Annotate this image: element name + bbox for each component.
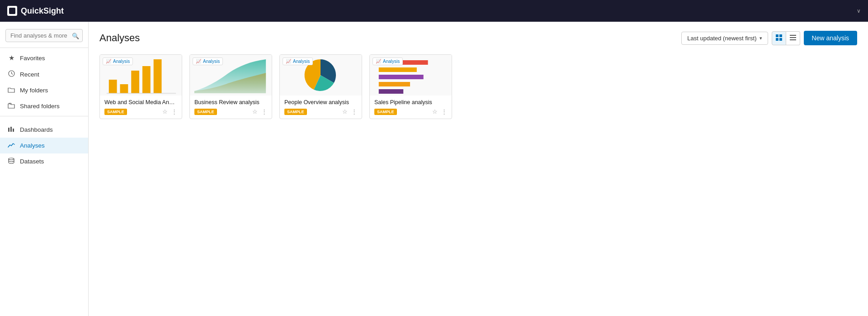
- content-area: Analyses Last updated (newest first) ▾: [89, 22, 868, 316]
- logo-icon: [7, 6, 17, 16]
- card-title-business-review: Business Review analysis: [194, 99, 267, 105]
- sidebar-item-datasets[interactable]: Datasets: [0, 153, 88, 169]
- sidebar-label-analyses: Analyses: [20, 142, 45, 149]
- chart-icon-2: 📈: [196, 59, 201, 64]
- svg-rect-7: [776, 38, 778, 41]
- more-options-icon-3[interactable]: ⋮: [351, 108, 357, 115]
- chart-icon: 📈: [106, 59, 111, 64]
- card-thumbnail-web-social: 📈 Analysis: [100, 55, 182, 96]
- shared-folders-icon: [7, 102, 15, 110]
- analysis-badge-2: 📈 Analysis: [193, 57, 223, 65]
- sidebar-item-shared-folders[interactable]: Shared folders: [0, 98, 88, 114]
- header-controls: Last updated (newest first) ▾: [681, 31, 857, 45]
- card-actions-sales-pipeline: ☆ ⋮: [432, 108, 447, 115]
- svg-rect-6: [779, 34, 782, 37]
- more-options-icon-2[interactable]: ⋮: [261, 108, 267, 115]
- sample-badge-2: SAMPLE: [194, 109, 217, 115]
- analyses-icon: [7, 142, 15, 149]
- sidebar-item-dashboards[interactable]: Dashboards: [0, 122, 88, 138]
- svg-rect-14: [131, 71, 139, 93]
- main-layout: 🔍 ★ Favorites Recent My folders: [0, 22, 868, 316]
- sidebar-label-favorites: Favorites: [20, 55, 45, 62]
- chart-icon-3: 📈: [286, 59, 291, 64]
- sidebar-item-favorites[interactable]: ★ Favorites: [0, 50, 88, 66]
- sidebar-item-analyses[interactable]: Analyses: [0, 138, 88, 153]
- sample-badge-4: SAMPLE: [374, 109, 397, 115]
- analysis-badge: 📈 Analysis: [103, 57, 133, 65]
- search-container: 🔍: [0, 25, 88, 46]
- card-title-sales-pipeline: Sales Pipeline analysis: [374, 99, 447, 105]
- app-name: QuickSight: [21, 6, 64, 16]
- svg-rect-1: [8, 128, 9, 132]
- favorite-star-icon[interactable]: ☆: [162, 108, 168, 115]
- svg-rect-19: [379, 67, 417, 72]
- svg-rect-20: [379, 75, 424, 79]
- card-meta-business-review: SAMPLE ☆ ⋮: [194, 108, 267, 115]
- card-actions-people-overview: ☆ ⋮: [342, 108, 357, 115]
- view-toggle: [772, 31, 800, 45]
- sidebar-item-recent[interactable]: Recent: [0, 66, 88, 82]
- more-options-icon-4[interactable]: ⋮: [441, 108, 447, 115]
- content-header: Analyses Last updated (newest first) ▾: [99, 31, 857, 45]
- new-analysis-button[interactable]: New analysis: [804, 31, 857, 45]
- card-thumbnail-people-overview: 📈 Analysis: [280, 55, 362, 96]
- topbar-chevron-icon[interactable]: ∨: [857, 8, 861, 14]
- card-meta-sales-pipeline: SAMPLE ☆ ⋮: [374, 108, 447, 115]
- favorite-star-icon-2[interactable]: ☆: [252, 108, 258, 115]
- sidebar: 🔍 ★ Favorites Recent My folders: [0, 22, 89, 316]
- svg-rect-2: [10, 127, 12, 132]
- sample-badge-3: SAMPLE: [284, 109, 307, 115]
- sidebar-item-my-folders[interactable]: My folders: [0, 82, 88, 98]
- card-footer-people-overview: People Overview analysis SAMPLE ☆ ⋮: [280, 96, 362, 119]
- sidebar-divider-2: [0, 116, 88, 116]
- sidebar-label-datasets: Datasets: [20, 158, 44, 165]
- app-logo[interactable]: QuickSight: [7, 6, 64, 16]
- list-view-button[interactable]: [786, 31, 800, 45]
- card-title-people-overview: People Overview analysis: [284, 99, 357, 105]
- svg-rect-21: [379, 82, 410, 86]
- recent-icon: [7, 70, 15, 78]
- more-options-icon[interactable]: ⋮: [171, 108, 177, 115]
- sidebar-divider-1: [0, 48, 88, 48]
- card-title-web-social: Web and Social Media Anal...: [104, 99, 177, 105]
- svg-rect-8: [779, 38, 782, 41]
- sidebar-label-recent: Recent: [20, 71, 39, 78]
- search-input[interactable]: [5, 29, 83, 42]
- card-footer-business-review: Business Review analysis SAMPLE ☆ ⋮: [190, 96, 272, 119]
- analysis-card-sales-pipeline[interactable]: 📈 Analysis: [369, 54, 452, 119]
- sample-badge: SAMPLE: [104, 109, 127, 115]
- card-meta-web-social: SAMPLE ☆ ⋮: [104, 108, 177, 115]
- analysis-card-people-overview[interactable]: 📈 Analysis: [279, 54, 362, 119]
- analysis-card-web-social[interactable]: 📈 Analysis Web and Social Media Ana: [99, 54, 182, 119]
- svg-rect-12: [109, 80, 117, 93]
- svg-rect-9: [790, 35, 796, 36]
- analysis-card-business-review[interactable]: 📈 Analysis: [189, 54, 272, 119]
- favorites-icon: ★: [7, 54, 15, 62]
- svg-rect-3: [13, 129, 14, 132]
- svg-rect-22: [379, 89, 403, 94]
- sort-label: Last updated (newest first): [687, 35, 756, 42]
- datasets-icon: [7, 158, 15, 165]
- chart-icon-4: 📈: [376, 59, 381, 64]
- card-meta-people-overview: SAMPLE ☆ ⋮: [284, 108, 357, 115]
- svg-rect-13: [120, 84, 128, 93]
- sort-dropdown[interactable]: Last updated (newest first) ▾: [681, 32, 768, 45]
- analysis-badge-4: 📈 Analysis: [373, 57, 403, 65]
- favorite-star-icon-3[interactable]: ☆: [342, 108, 348, 115]
- svg-rect-11: [790, 39, 796, 40]
- chevron-down-icon: ▾: [760, 35, 762, 41]
- analysis-badge-3: 📈 Analysis: [283, 57, 313, 65]
- card-actions-business-review: ☆ ⋮: [252, 108, 267, 115]
- grid-view-button[interactable]: [772, 31, 786, 45]
- card-thumbnail-sales-pipeline: 📈 Analysis: [370, 55, 452, 96]
- sidebar-label-my-folders: My folders: [20, 87, 48, 94]
- topbar: QuickSight ∨: [0, 0, 868, 22]
- favorite-star-icon-4[interactable]: ☆: [432, 108, 438, 115]
- svg-rect-16: [154, 59, 162, 93]
- dashboards-icon: [7, 126, 15, 134]
- analysis-cards-grid: 📈 Analysis Web and Social Media Ana: [99, 54, 857, 119]
- card-footer-sales-pipeline: Sales Pipeline analysis SAMPLE ☆ ⋮: [370, 96, 452, 119]
- card-footer-web-social: Web and Social Media Anal... SAMPLE ☆ ⋮: [100, 96, 182, 119]
- svg-rect-5: [776, 34, 778, 37]
- sidebar-label-dashboards: Dashboards: [20, 126, 53, 133]
